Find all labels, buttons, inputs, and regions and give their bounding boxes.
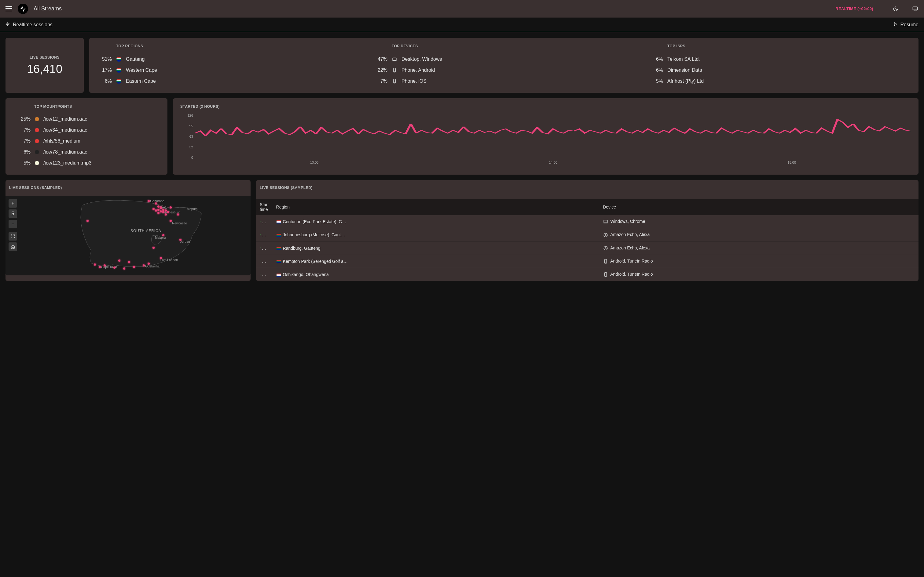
pct: 6% <box>648 68 663 73</box>
map-session-dot <box>160 206 162 208</box>
mountpoint-icon <box>35 139 39 143</box>
table-row[interactable]: ↑15:20:32 Oshikango, Ohangwena Android, … <box>256 268 919 281</box>
top-mountpoints-title: TOP MOUNTPOINTS <box>13 105 160 109</box>
pct: 47% <box>372 56 388 62</box>
pct: 5% <box>13 160 31 166</box>
table-header[interactable]: Region <box>273 199 599 215</box>
y-tick: 63 <box>189 135 193 138</box>
map-canvas[interactable]: + 5 − GaboronePretoriaJohannesburgMaputo… <box>5 196 250 276</box>
mountpoint-item[interactable]: 7% /ice/34_medium.aac <box>13 124 160 135</box>
device-name: Phone, iOS <box>402 79 426 84</box>
pct: 6% <box>97 79 112 84</box>
top-region-item[interactable]: 6% Eastern Cape <box>97 76 360 87</box>
tab-realtime-sessions[interactable]: Realtime sessions <box>5 22 53 27</box>
isp-name: Telkom SA Ltd. <box>667 56 700 62</box>
tab-bar: Realtime sessions Resume <box>0 18 924 32</box>
resume-label: Resume <box>900 22 919 27</box>
fullscreen-button[interactable] <box>8 232 17 240</box>
region-name: Western Cape <box>126 68 157 73</box>
mountpoint-item[interactable]: 25% /ice/12_medium.aac <box>13 114 160 124</box>
live-sessions-card: LIVE SESSIONS 16,410 <box>5 38 84 93</box>
top-device-item[interactable]: 22% Phone, Android <box>372 65 636 76</box>
line-chart: 1269563320 13:0014:0015:00 <box>180 114 911 166</box>
table-header[interactable]: Device <box>599 199 919 215</box>
arrow-up-icon: ↑ <box>260 246 262 251</box>
dark-mode-toggle[interactable] <box>892 5 899 12</box>
speaker-icon <box>603 245 608 251</box>
table-row[interactable]: ↑15:33:46 Centurion (Eco-Park Estate), G… <box>256 215 919 228</box>
mountpoint-path: /xhls/56_medium <box>44 138 80 144</box>
top-device-item[interactable]: 47% Desktop, Windows <box>372 54 636 65</box>
top-isp-item[interactable]: 6% Dimension Data <box>648 65 911 76</box>
top-region-item[interactable]: 51% Gauteng <box>97 54 360 65</box>
table-header[interactable]: Start time <box>256 199 273 215</box>
svg-rect-0 <box>913 7 918 10</box>
top-devices-title: TOP DEVICES <box>372 44 636 48</box>
cell-region: Kempton Park (Serengeti Golf a… <box>273 255 599 268</box>
flag-icon <box>116 68 122 73</box>
pct: 7% <box>372 79 388 84</box>
map-session-dot <box>94 263 96 266</box>
menu-button[interactable] <box>5 5 12 12</box>
zoom-level: 5 <box>8 210 17 218</box>
phone-icon <box>392 68 397 73</box>
mountpoint-path: /ice/78_medium.aac <box>44 149 87 155</box>
top-regions-title: TOP REGIONS <box>97 44 360 48</box>
cell-device: Amazon Echo, Alexa <box>599 228 919 242</box>
x-tick: 15:00 <box>788 161 796 166</box>
home-button[interactable] <box>8 242 17 251</box>
svg-point-14 <box>604 247 607 250</box>
map-session-dot <box>143 264 145 266</box>
cell-start-time: ↑15:33:46 <box>256 215 273 228</box>
y-tick: 126 <box>187 114 193 117</box>
arrow-up-icon: ↑ <box>260 232 262 237</box>
cell-region: Randburg, Gauteng <box>273 242 599 255</box>
resume-button[interactable]: Resume <box>893 22 919 27</box>
pct: 5% <box>648 79 663 84</box>
table-row[interactable]: ↑15:26:29 Randburg, Gauteng Amazon Echo,… <box>256 242 919 255</box>
cast-button[interactable] <box>912 5 919 12</box>
mountpoint-path: /ice/12_medium.aac <box>44 116 87 122</box>
mountpoint-item[interactable]: 7% /xhls/56_medium <box>13 135 160 147</box>
pct: 25% <box>13 116 31 122</box>
realtime-indicator[interactable]: REALTIME (+02:00) <box>835 6 873 11</box>
cell-device: Android, TuneIn Radio <box>599 255 919 268</box>
svg-rect-11 <box>604 221 607 223</box>
mountpoint-item[interactable]: 5% /ice/123_medium.mp3 <box>13 158 160 169</box>
top-region-item[interactable]: 17% Western Cape <box>97 65 360 76</box>
top-isp-item[interactable]: 6% Telkom SA Ltd. <box>648 54 911 65</box>
page-title: All Streams <box>34 5 62 12</box>
map-label: Gaborone <box>150 199 165 203</box>
arrow-up-icon: ↑ <box>260 259 262 264</box>
mountpoint-item[interactable]: 6% /ice/78_medium.aac <box>13 147 160 158</box>
top-isp-item[interactable]: 5% Afrihost (Pty) Ltd <box>648 76 911 87</box>
device-name: Phone, Android <box>402 68 435 73</box>
svg-point-1 <box>914 10 914 11</box>
zoom-in-button[interactable]: + <box>8 199 17 208</box>
table-row[interactable]: ↑15:26:52 Kempton Park (Serengeti Golf a… <box>256 255 919 268</box>
isp-name: Afrihost (Pty) Ltd <box>667 79 704 84</box>
pct: 7% <box>13 138 31 144</box>
table-row[interactable]: ↑15:35:43 Johannesburg (Melrose), Gaut… … <box>256 228 919 242</box>
top-isps-col: TOP ISPS 6% Telkom SA Ltd. 6% Dimension … <box>648 44 911 87</box>
region-name: Eastern Cape <box>126 79 156 84</box>
mountpoint-icon <box>35 117 39 121</box>
zoom-out-button[interactable]: − <box>8 220 17 228</box>
phone-icon <box>603 259 608 264</box>
svg-point-12 <box>604 233 607 237</box>
cell-region: Johannesburg (Melrose), Gaut… <box>273 228 599 242</box>
cell-start-time: ↑15:26:29 <box>256 242 273 255</box>
map-session-dot <box>133 266 135 268</box>
svg-point-3 <box>916 10 917 11</box>
app-header: All Streams REALTIME (+02:00) <box>0 0 924 18</box>
chart-title: STARTED (3 HOURS) <box>180 105 911 109</box>
map-session-dot <box>157 209 160 211</box>
top-device-item[interactable]: 7% Phone, iOS <box>372 76 636 87</box>
arrow-up-icon: ↑ <box>260 219 262 224</box>
map-session-dot <box>99 266 101 268</box>
svg-point-13 <box>605 234 606 236</box>
live-sessions-label: LIVE SESSIONS <box>30 55 60 60</box>
cell-region: Oshikango, Ohangwena <box>273 268 599 281</box>
flag-icon <box>116 56 122 62</box>
flag-icon <box>276 260 281 263</box>
